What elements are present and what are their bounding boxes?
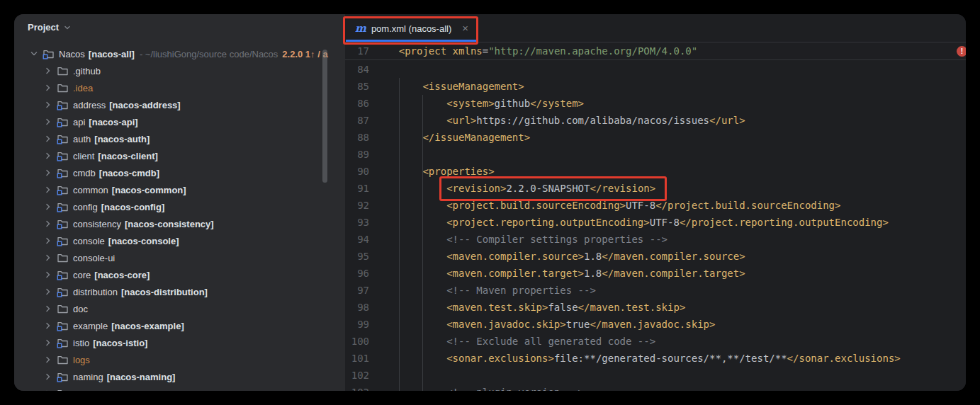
code-text: <maven.javadoc.skip>true</maven.javadoc.…: [369, 316, 715, 333]
code-line-92: 92 <project.build.sourceEncoding>UTF-8</…: [345, 197, 966, 214]
chevron-right-icon[interactable]: [43, 184, 54, 195]
code-line-95: 95 <maven.compiler.source>1.8</maven.com…: [345, 248, 966, 265]
chevron-right-icon[interactable]: [43, 218, 54, 229]
tree-item-github[interactable]: .github: [14, 62, 345, 79]
chevron-right-icon[interactable]: [43, 150, 54, 161]
chevron-right-icon[interactable]: [43, 133, 54, 144]
chevron-right-icon[interactable]: [43, 371, 54, 382]
tree-scrollbar[interactable]: [322, 50, 327, 183]
chevron-right-icon[interactable]: [43, 320, 54, 331]
editor-area[interactable]: m pom.xml (nacos-all) × 17 <project xmln…: [345, 14, 966, 391]
code-text: [369, 367, 375, 384]
code-text: <issueManagement>: [369, 78, 524, 95]
line-number: 97: [345, 282, 369, 299]
code-text: </issueManagement>: [369, 129, 530, 146]
tree-item-consistency[interactable]: consistency[nacos-consistency]: [14, 215, 345, 232]
tab-label: pom.xml (nacos-all): [371, 23, 451, 34]
line-number: 95: [345, 248, 369, 265]
code-text: <system>github</system>: [369, 95, 584, 112]
tree-item-naming[interactable]: naming[nacos-naming]: [14, 368, 345, 385]
chevron-right-icon[interactable]: [43, 252, 54, 263]
tree-item-label: address: [73, 100, 106, 110]
line-number: 101: [345, 350, 369, 367]
code-text: <!-- plugin version -->: [369, 384, 584, 391]
tree-item-label: cmdb: [73, 168, 96, 178]
chevron-right-icon[interactable]: [43, 286, 54, 297]
tree-item-auth[interactable]: auth[nacos-auth]: [14, 130, 345, 147]
tree-item-label: distribution: [73, 287, 118, 297]
tree-item-nacos[interactable]: Nacos[nacos-all]- ~/liushiGong/source co…: [14, 45, 345, 62]
panel-title: Project: [28, 22, 59, 33]
tree-item-console-ui[interactable]: console-ui: [14, 249, 345, 266]
module-name: [nacos-naming]: [107, 372, 176, 382]
chevron-right-icon[interactable]: [43, 303, 54, 314]
close-icon[interactable]: ×: [462, 23, 468, 33]
tree-item-label: naming: [73, 372, 103, 382]
chevron-right-icon[interactable]: [43, 388, 54, 391]
tree-item-doc[interactable]: doc: [14, 300, 345, 317]
code-line-93: 93 <project.reporting.outputEncoding>UTF…: [345, 214, 966, 231]
tree-item-idea[interactable]: .idea: [14, 79, 345, 96]
code-area[interactable]: 17 <project xmlns="http://maven.apache.o…: [345, 42, 966, 391]
chevron-right-icon[interactable]: [43, 337, 54, 348]
tree-item-client[interactable]: client[nacos-client]: [14, 147, 345, 164]
code-text: <project.build.sourceEncoding>UTF-8</pro…: [369, 197, 840, 214]
module-name: [nacos-istio]: [93, 338, 147, 348]
tree-item-common[interactable]: common[nacos-common]: [14, 181, 345, 198]
tree-item-core[interactable]: core[nacos-core]: [14, 266, 345, 283]
tree-item-console[interactable]: console[nacos-console]: [14, 232, 345, 249]
chevron-right-icon[interactable]: [43, 354, 54, 365]
module-folder-icon: [57, 388, 69, 392]
git-status-widget: 2.2.0 1↑ / a: [282, 49, 327, 59]
sticky-line: 17 <project xmlns="http://maven.apache.o…: [345, 42, 966, 60]
project-panel-header[interactable]: Project: [28, 22, 72, 33]
chevron-down-icon[interactable]: [28, 48, 40, 59]
code-text: <sonar.exclusions>file:**/generated-sour…: [369, 350, 901, 367]
tree-item-distribution[interactable]: distribution[nacos-distribution]: [14, 283, 345, 300]
code-line-89: 89: [345, 146, 966, 163]
chevron-right-icon[interactable]: [43, 99, 54, 110]
module-name: [nacos-plugin]: [101, 389, 165, 392]
code-text: [369, 61, 375, 78]
maven-icon: m: [355, 23, 366, 34]
chevron-right-icon[interactable]: [43, 167, 54, 178]
module-folder-icon: [57, 99, 69, 111]
tree-item-api[interactable]: api[nacos-api]: [14, 113, 345, 130]
tree-item-cmdb[interactable]: cmdb[nacos-cmdb]: [14, 164, 345, 181]
tree-item-label: auth: [73, 134, 91, 144]
chevron-right-icon[interactable]: [43, 269, 54, 280]
tree-item-plugin[interactable]: plugin[nacos-plugin]: [14, 385, 345, 391]
chevron-right-icon[interactable]: [43, 65, 54, 76]
module-folder-icon: [57, 337, 69, 349]
code-line-97: 97 <!-- Maven properties -->: [345, 282, 966, 299]
error-indicator-icon[interactable]: !: [957, 46, 966, 57]
tree-item-example[interactable]: example[nacos-example]: [14, 317, 345, 334]
chevron-right-icon[interactable]: [43, 116, 54, 127]
tab-pom-xml[interactable]: m pom.xml (nacos-all) ×: [346, 15, 477, 42]
tree-item-config[interactable]: config[nacos-config]: [14, 198, 345, 215]
code-line-102: 102: [345, 367, 966, 384]
code-lines: 8485 <issueManagement>86 <system>github<…: [345, 61, 966, 391]
tree-item-label: .idea: [73, 83, 93, 93]
module-folder-icon: [57, 184, 69, 196]
chevron-right-icon[interactable]: [43, 235, 54, 246]
tree-item-address[interactable]: address[nacos-address]: [14, 96, 345, 113]
folder-icon: [57, 252, 69, 264]
tree-item-logs[interactable]: logs: [14, 351, 345, 368]
line-number: 99: [345, 316, 369, 333]
ide-window: Project Nacos[nacos-all]- ~/liushiGong/s…: [14, 14, 966, 391]
module-folder-icon: [57, 269, 69, 281]
module-folder-icon: [57, 286, 69, 298]
module-folder-icon: [57, 116, 69, 128]
folder-icon: [57, 65, 69, 77]
chevron-right-icon[interactable]: [43, 201, 54, 212]
code-line-98: 98 <maven.test.skip>false</maven.test.sk…: [345, 299, 966, 316]
chevron-right-icon[interactable]: [43, 82, 54, 93]
tree-item-label: client: [73, 151, 94, 161]
line-number: 93: [345, 214, 369, 231]
code-text: <maven.compiler.target>1.8</maven.compil…: [369, 265, 745, 282]
code-text: <!-- Maven properties -->: [369, 282, 596, 299]
tree-item-istio[interactable]: istio[nacos-istio]: [14, 334, 345, 351]
code-text: <!-- Compiler settings properties -->: [369, 231, 668, 248]
chevron-down-icon: [62, 23, 72, 33]
